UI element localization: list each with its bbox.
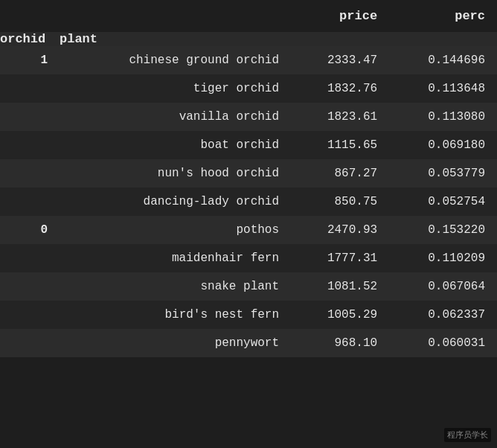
watermark: 程序员学长 xyxy=(444,428,491,442)
cell-price: 1005.29 xyxy=(291,301,389,329)
cell-price: 1823.61 xyxy=(291,103,389,131)
table-row: 1chinese ground orchid2333.470.144696 xyxy=(0,46,497,74)
cell-orchid xyxy=(0,272,60,301)
table-row: vanilla orchid1823.610.113080 xyxy=(0,103,497,131)
cell-plant: nun's hood orchid xyxy=(60,159,291,188)
data-table: price perc orchid plant 1chinese ground … xyxy=(0,0,497,357)
cell-price: 1081.52 xyxy=(291,272,389,301)
cell-plant: bird's nest fern xyxy=(60,301,291,329)
th-plant: plant xyxy=(60,32,291,46)
cell-perc: 0.113080 xyxy=(389,103,497,131)
cell-orchid xyxy=(0,131,60,159)
table-container: price perc orchid plant 1chinese ground … xyxy=(0,0,497,357)
table-row: boat orchid1115.650.069180 xyxy=(0,131,497,159)
cell-orchid: 1 xyxy=(0,46,60,74)
table-body: 1chinese ground orchid2333.470.144696tig… xyxy=(0,46,497,357)
cell-price: 1115.65 xyxy=(291,131,389,159)
cell-price: 867.27 xyxy=(291,159,389,188)
th-orchid: orchid xyxy=(0,32,60,46)
cell-perc: 0.060031 xyxy=(389,329,497,357)
cell-orchid xyxy=(0,159,60,188)
table-row: dancing-lady orchid850.750.052754 xyxy=(0,188,497,216)
top-header-row: price perc xyxy=(0,0,497,32)
table-row: 0pothos2470.930.153220 xyxy=(0,216,497,244)
th-perc: perc xyxy=(389,0,497,32)
cell-price: 850.75 xyxy=(291,188,389,216)
table-row: pennywort968.100.060031 xyxy=(0,329,497,357)
table-row: snake plant1081.520.067064 xyxy=(0,272,497,301)
cell-plant: vanilla orchid xyxy=(60,103,291,131)
cell-plant: dancing-lady orchid xyxy=(60,188,291,216)
cell-perc: 0.113648 xyxy=(389,74,497,103)
cell-plant: boat orchid xyxy=(60,131,291,159)
cell-perc: 0.067064 xyxy=(389,272,497,301)
cell-plant: tiger orchid xyxy=(60,74,291,103)
cell-perc: 0.053779 xyxy=(389,159,497,188)
cell-plant: pennywort xyxy=(60,329,291,357)
cell-plant: chinese ground orchid xyxy=(60,46,291,74)
cell-orchid: 0 xyxy=(0,216,60,244)
cell-price: 2470.93 xyxy=(291,216,389,244)
table-row: tiger orchid1832.760.113648 xyxy=(0,74,497,103)
cell-plant: snake plant xyxy=(60,272,291,301)
th-orchid-empty xyxy=(0,0,60,32)
cell-perc: 0.052754 xyxy=(389,188,497,216)
cell-orchid xyxy=(0,301,60,329)
cell-price: 1777.31 xyxy=(291,244,389,272)
sub-header-row: orchid plant xyxy=(0,32,497,46)
th-price-blank xyxy=(291,32,389,46)
cell-price: 1832.76 xyxy=(291,74,389,103)
cell-perc: 0.153220 xyxy=(389,216,497,244)
cell-plant: maidenhair fern xyxy=(60,244,291,272)
cell-orchid xyxy=(0,188,60,216)
cell-orchid xyxy=(0,329,60,357)
cell-perc: 0.144696 xyxy=(389,46,497,74)
th-perc-blank xyxy=(389,32,497,46)
cell-price: 2333.47 xyxy=(291,46,389,74)
table-row: maidenhair fern1777.310.110209 xyxy=(0,244,497,272)
cell-perc: 0.110209 xyxy=(389,244,497,272)
cell-orchid xyxy=(0,244,60,272)
th-plant-empty xyxy=(60,0,291,32)
cell-perc: 0.069180 xyxy=(389,131,497,159)
cell-plant: pothos xyxy=(60,216,291,244)
table-row: nun's hood orchid867.270.053779 xyxy=(0,159,497,188)
cell-perc: 0.062337 xyxy=(389,301,497,329)
cell-price: 968.10 xyxy=(291,329,389,357)
th-price: price xyxy=(291,0,389,32)
table-row: bird's nest fern1005.290.062337 xyxy=(0,301,497,329)
cell-orchid xyxy=(0,103,60,131)
cell-orchid xyxy=(0,74,60,103)
